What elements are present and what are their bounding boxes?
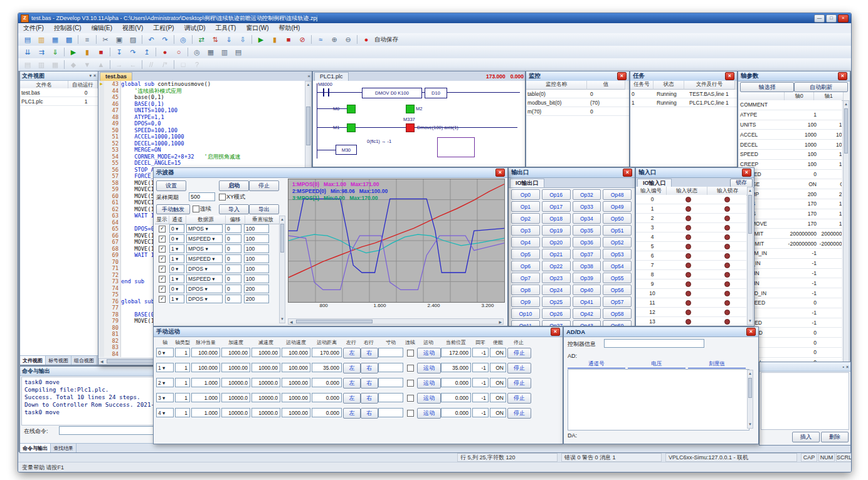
save-all-icon[interactable]: ▩ (63, 34, 75, 45)
insert-button[interactable]: 插入 (792, 432, 820, 442)
continuous-checkbox[interactable] (407, 365, 414, 372)
channel-source-dropdown[interactable]: DPOS ▾ (186, 264, 223, 273)
tab-test-bas[interactable]: test.bas (100, 72, 132, 81)
print-icon[interactable]: ≡ (81, 34, 93, 45)
channel-index-dropdown[interactable]: 0 ▾ (169, 284, 184, 293)
output-op20[interactable]: Op20 (542, 237, 571, 248)
enable-field[interactable]: ON (490, 363, 506, 372)
datum-input-field[interactable]: -1 (472, 348, 489, 357)
zoom-out-icon[interactable]: ⊖ (342, 34, 354, 45)
manual-value-input[interactable]: 0.000 (312, 393, 342, 402)
axis-refresh-button[interactable]: 自动刷新 (794, 82, 848, 92)
scope-channel-scrollbar[interactable]: ▲ ▼ (279, 216, 285, 323)
import-button[interactable]: 导入 (219, 204, 249, 214)
manual-value-input[interactable]: 0.000 (312, 378, 342, 387)
watch-window-icon[interactable]: ◎ (191, 46, 203, 58)
inch-distance-input[interactable] (378, 408, 403, 417)
channel-source-dropdown[interactable]: MSPEED ▾ (186, 274, 223, 283)
watch-row[interactable]: modbus_bit(0)(70) (526, 98, 629, 107)
latch-button[interactable]: 锁存 (730, 179, 753, 187)
save-icon[interactable]: ▦ (49, 34, 61, 45)
tab-io-inputs[interactable]: IO输入口 (637, 179, 672, 187)
console-tab-1[interactable]: 查找结果 (51, 444, 77, 452)
channel-enable-checkbox[interactable]: ✓ (159, 296, 166, 303)
manual-value-input[interactable]: 170.000 (312, 348, 342, 357)
find-icon[interactable]: ◎ (177, 34, 189, 45)
manual-value-input[interactable]: 10000.0 (251, 378, 280, 387)
manual-value-input[interactable]: 1 (175, 408, 190, 417)
enable-field[interactable]: ON (490, 393, 506, 402)
controller-info-input[interactable] (604, 339, 704, 348)
manual-value-input[interactable]: 10000.0 (221, 378, 250, 387)
close-icon[interactable]: × (742, 169, 751, 177)
output-op37[interactable]: Op37 (573, 249, 601, 259)
output-op41[interactable]: Op41 (573, 296, 601, 307)
file-view-tab-0[interactable]: 文件视图 (20, 356, 46, 365)
channel-source-dropdown[interactable]: MSPEED ▾ (186, 234, 223, 243)
compile-icon[interactable]: ⇊ (21, 46, 34, 58)
output-op43[interactable]: Op43 (573, 320, 601, 326)
output-op27[interactable]: Op27 (542, 320, 571, 326)
step-into-icon[interactable]: ↧ (113, 46, 125, 58)
connect-icon[interactable]: ⇄ (195, 34, 208, 45)
move-button[interactable]: 运动 (417, 348, 441, 358)
menu-item-4[interactable]: 工程(P) (148, 23, 179, 33)
breakpoint-icon[interactable]: ● (159, 46, 171, 58)
axis-param-row[interactable]: ATYPE11 (739, 110, 842, 120)
continuous-checkbox[interactable] (407, 350, 414, 357)
manual-value-input[interactable]: 100.000 (282, 363, 310, 372)
io-window-icon[interactable]: ▤ (232, 46, 245, 58)
move-button[interactable]: 运动 (417, 408, 441, 419)
continuous-checkbox[interactable] (407, 395, 414, 402)
enable-field[interactable]: ON (490, 378, 506, 387)
channel-index-dropdown[interactable]: 1 ▾ (169, 254, 184, 263)
debug-start-icon[interactable]: ▶ (67, 46, 80, 58)
output-op0[interactable]: Op0 (511, 189, 540, 200)
axis-param-row[interactable]: UNITS100100 (739, 120, 842, 130)
menu-item-0[interactable]: 文件(F) (18, 23, 49, 33)
axis-select-dropdown[interactable]: 4 ▾ (156, 408, 174, 417)
scope-icon[interactable]: ≈ (314, 34, 327, 45)
axis-vscrollbar[interactable]: ▲ ▼ (843, 100, 849, 374)
channel-offset-input[interactable]: 0 (225, 284, 241, 293)
stop-button[interactable]: 停止 (507, 363, 531, 373)
output-op32[interactable]: Op32 (573, 189, 601, 200)
output-op40[interactable]: Op40 (573, 284, 601, 295)
manual-value-input[interactable]: 1 (175, 378, 190, 387)
selection-rect[interactable] (437, 137, 475, 157)
jog-left-button[interactable]: 左 (343, 378, 361, 389)
debug-break-icon[interactable]: ▮ (81, 46, 93, 58)
output-op34[interactable]: Op34 (573, 213, 601, 224)
scope-settings-button[interactable]: 设置 (156, 180, 186, 191)
minimize-button[interactable]: — (814, 14, 825, 23)
debug-stop-icon[interactable]: ■ (95, 46, 107, 58)
axis-window-icon[interactable]: ▥ (218, 46, 231, 58)
output-op8[interactable]: Op8 (511, 284, 540, 295)
axis-select-button[interactable]: 轴选择 (740, 82, 794, 92)
output-op5[interactable]: Op5 (511, 249, 540, 259)
output-op7[interactable]: Op7 (511, 273, 540, 283)
close-icon[interactable]: × (746, 328, 756, 336)
channel-index-dropdown[interactable]: 0 ▾ (169, 264, 184, 273)
file-view-tab-2[interactable]: 组合视图 (71, 356, 97, 365)
manual-value-input[interactable]: 1000.00 (251, 363, 280, 372)
manual-value-input[interactable]: 10000.0 (251, 408, 280, 417)
manual-value-input[interactable]: 1 (175, 348, 190, 357)
task-row[interactable]: 1RunningPLC1.PLC,line 1 (630, 98, 737, 107)
close-icon[interactable]: × (495, 169, 505, 177)
jog-left-button[interactable]: 左 (343, 393, 361, 404)
output-op16[interactable]: Op16 (542, 189, 571, 200)
continuous-checkbox[interactable] (193, 206, 199, 212)
ladder-diagram[interactable]: M8000DMOV D0 K100D10M0M1M2M337Dmove(100)… (313, 81, 525, 167)
output-op10[interactable]: Op10 (511, 308, 540, 319)
manual-value-input[interactable]: 1000.00 (282, 378, 310, 387)
channel-index-dropdown[interactable]: 0 ▾ (169, 224, 184, 233)
jog-right-button[interactable]: 右 (361, 393, 378, 404)
datum-input-field[interactable]: -1 (472, 378, 489, 387)
manual-value-input[interactable]: 10000.0 (251, 393, 280, 402)
output-op24[interactable]: Op24 (542, 284, 571, 295)
editor-close-icon[interactable]: × (307, 73, 310, 79)
output-op38[interactable]: Op38 (573, 261, 601, 271)
channel-offset-input[interactable]: 0 (225, 295, 241, 303)
channel-enable-checkbox[interactable]: ✓ (159, 226, 166, 232)
